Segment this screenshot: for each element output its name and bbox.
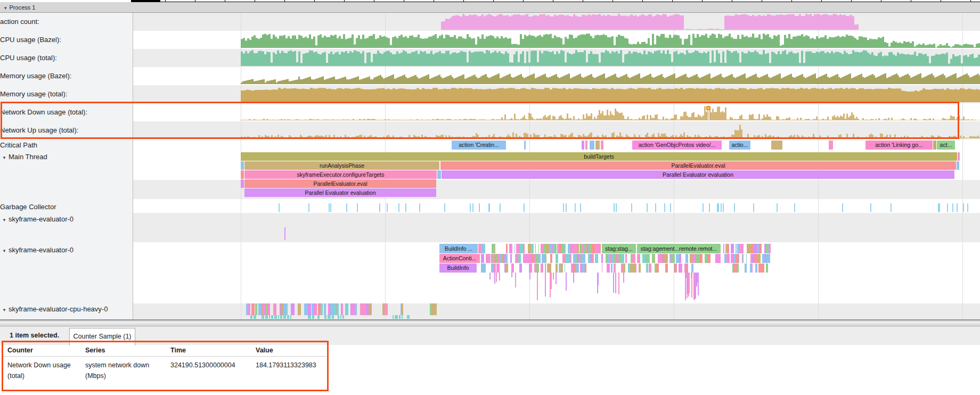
activity-sliver[interactable] — [738, 264, 739, 273]
activity-sliver[interactable] — [490, 254, 491, 263]
activity-sliver[interactable] — [768, 254, 770, 263]
activity-sliver[interactable] — [269, 315, 270, 319]
callstack-drip[interactable] — [556, 273, 557, 284]
activity-sliver[interactable] — [691, 264, 693, 273]
timeline-slice-main-thread[interactable] — [958, 152, 960, 161]
activity-sliver[interactable] — [672, 254, 675, 263]
activity-sliver[interactable] — [756, 264, 757, 273]
activity-sliver[interactable] — [736, 244, 737, 253]
activity-sliver[interactable] — [635, 264, 636, 273]
activity-sliver[interactable] — [317, 315, 320, 319]
activity-sliver[interactable] — [312, 315, 314, 319]
col-header-time[interactable]: Time — [170, 347, 186, 354]
activity-sliver[interactable] — [649, 264, 651, 273]
gc-tick[interactable] — [470, 203, 471, 212]
activity-sliver[interactable] — [665, 264, 668, 273]
gc-tick[interactable] — [655, 203, 656, 212]
activity-sliver[interactable] — [614, 264, 616, 273]
activity-sliver[interactable] — [743, 244, 744, 253]
activity-sliver[interactable] — [536, 264, 539, 273]
activity-sliver[interactable] — [759, 244, 762, 253]
activity-sliver[interactable] — [611, 264, 612, 273]
gc-tick[interactable] — [891, 203, 892, 212]
activity-sliver[interactable] — [369, 303, 372, 315]
callstack-drip[interactable] — [545, 273, 546, 297]
activity-sliver[interactable] — [273, 303, 276, 315]
gc-tick[interactable] — [703, 203, 704, 212]
gc-tick[interactable] — [647, 203, 648, 212]
col-header-counter[interactable]: Counter — [7, 347, 33, 354]
activity-sliver[interactable] — [341, 303, 343, 315]
timeline-slice-main-thread[interactable]: buildTargets — [241, 152, 957, 161]
callstack-drip[interactable] — [529, 273, 530, 279]
callstack-drip[interactable] — [685, 273, 686, 300]
gc-tick[interactable] — [346, 203, 347, 212]
activity-sliver[interactable] — [576, 264, 579, 273]
counter-chart-memory-usage-total[interactable] — [133, 86, 980, 102]
callstack-drip[interactable] — [695, 273, 696, 289]
activity-sliver[interactable] — [718, 254, 721, 263]
timeline-slice-main-thread[interactable] — [241, 170, 244, 179]
gc-tick[interactable] — [957, 203, 958, 212]
activity-sliver[interactable] — [265, 315, 268, 319]
callstack-drip[interactable] — [613, 273, 614, 293]
track-label-action-count[interactable]: action count: — [0, 18, 39, 26]
process-group-header[interactable]: ▾Process 1 — [0, 2, 980, 13]
activity-sliver[interactable] — [541, 264, 543, 273]
gc-tick[interactable] — [580, 203, 581, 212]
activity-sliver[interactable] — [434, 303, 437, 315]
timeline-slice-skyframe-evaluator[interactable]: BuildInfo ... — [439, 244, 478, 253]
gc-tick[interactable] — [308, 203, 309, 212]
counter-chart-action-count[interactable] — [133, 14, 980, 30]
gc-tick[interactable] — [500, 203, 501, 212]
gc-tick[interactable] — [524, 203, 525, 212]
activity-sliver[interactable] — [601, 254, 603, 263]
gc-tick[interactable] — [723, 203, 724, 212]
activity-sliver[interactable] — [395, 315, 398, 319]
timeline-slice-critical-path[interactable] — [595, 141, 600, 150]
activity-sliver[interactable] — [324, 315, 326, 319]
activity-sliver[interactable] — [287, 315, 289, 319]
evaluator-tick[interactable] — [284, 227, 285, 240]
activity-sliver[interactable] — [646, 264, 648, 273]
gc-tick[interactable] — [357, 203, 358, 212]
activity-sliver[interactable] — [402, 303, 403, 315]
gc-tick[interactable] — [794, 203, 795, 212]
gc-tick[interactable] — [717, 203, 718, 212]
activity-sliver[interactable] — [287, 303, 288, 315]
activity-sliver[interactable] — [337, 303, 339, 315]
callstack-drip[interactable] — [598, 273, 599, 285]
track-label-network-down-usage-total[interactable]: Network Down usage (total): — [0, 108, 87, 117]
activity-sliver[interactable] — [585, 264, 586, 273]
activity-sliver[interactable] — [757, 254, 761, 263]
timeline-slice-skyframe-evaluator[interactable]: ActionConti... — [439, 254, 480, 263]
callstack-drip[interactable] — [566, 273, 567, 291]
activity-sliver[interactable] — [355, 303, 357, 315]
activity-sliver[interactable] — [283, 315, 286, 319]
activity-sliver[interactable] — [570, 254, 571, 263]
activity-sliver[interactable] — [745, 264, 747, 273]
activity-sliver[interactable] — [674, 264, 677, 273]
gc-tick[interactable] — [967, 203, 968, 212]
timeline-slice-skyframe-evaluator[interactable]: BuildInfo — [439, 264, 477, 273]
activity-sliver[interactable] — [530, 264, 532, 273]
activity-sliver[interactable] — [483, 264, 486, 273]
gc-tick[interactable] — [631, 203, 632, 212]
activity-sliver[interactable] — [248, 303, 250, 315]
activity-sliver[interactable] — [308, 315, 311, 319]
chevron-down-icon[interactable]: ▾ — [0, 246, 9, 255]
timeline-slice-critical-path[interactable]: actio... — [729, 141, 750, 150]
activity-sliver[interactable] — [687, 254, 688, 263]
activity-sliver[interactable] — [687, 264, 688, 273]
gc-tick[interactable] — [566, 203, 567, 212]
activity-sliver[interactable] — [293, 303, 295, 315]
activity-sliver[interactable] — [761, 264, 764, 273]
track-label-critical-path[interactable]: Critical Path — [0, 141, 37, 150]
gc-tick[interactable] — [718, 203, 719, 212]
timeline-slice-main-thread[interactable]: runAnalysisPhase — [244, 161, 439, 170]
activity-sliver[interactable] — [393, 315, 394, 319]
activity-sliver[interactable] — [494, 264, 496, 273]
activity-sliver[interactable] — [739, 254, 739, 263]
activity-sliver[interactable] — [639, 264, 641, 273]
activity-sliver[interactable] — [402, 315, 403, 319]
